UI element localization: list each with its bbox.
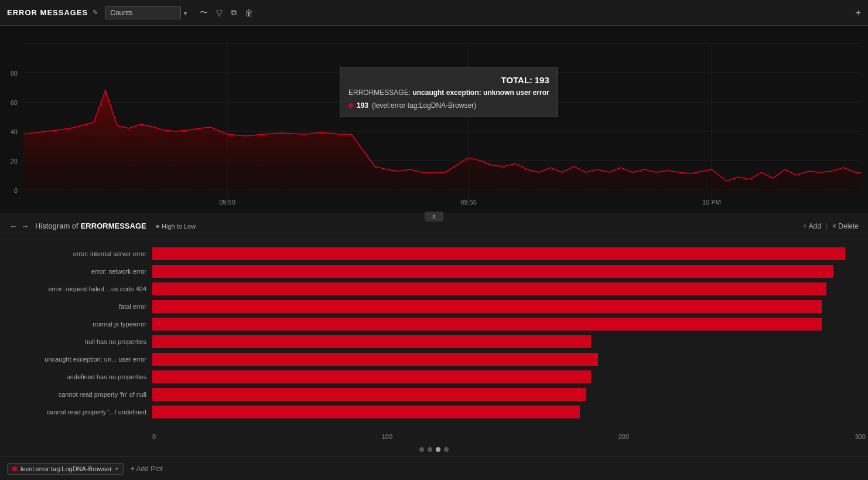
trend-icon[interactable]: 〜: [200, 8, 208, 18]
bar-row[interactable]: error: request failed ...us code 404: [0, 281, 868, 297]
bar-row[interactable]: null has no properties: [0, 333, 868, 350]
bar-label: fatal error: [0, 303, 152, 310]
svg-text:0: 0: [14, 187, 18, 194]
bar-label: cannot read property 'fn' of null: [0, 391, 152, 398]
bar-row[interactable]: error: internal server error: [0, 246, 868, 262]
svg-text:20: 20: [11, 158, 18, 165]
chart-area: 0 20 40 60 80 09:50 09:55 10 PM ∧: [0, 26, 868, 213]
bar-wrapper: [152, 300, 868, 313]
delete-icon[interactable]: 🗑: [245, 8, 253, 18]
svg-text:09:50: 09:50: [219, 199, 235, 206]
footer: level:error tag:LogDNA-Browser ▾ + Add P…: [0, 457, 868, 480]
time-series-chart: 0 20 40 60 80 09:50 09:55 10 PM: [0, 32, 868, 207]
counts-dropdown[interactable]: Counts Unique Values: [105, 6, 181, 19]
edit-icon[interactable]: ✎: [93, 9, 98, 16]
bar-fill: [152, 265, 833, 278]
bar-wrapper: [152, 265, 868, 278]
filter-chevron-icon: ▾: [115, 466, 118, 472]
bar-wrapper: [152, 282, 868, 295]
bar-label: undefined has no properties: [0, 373, 152, 380]
sort-label: High to Low: [162, 223, 196, 230]
dashboard: ERROR MESSAGES ✎ Counts Unique Values 〜 …: [0, 0, 868, 480]
bar-label: null has no properties: [0, 338, 152, 345]
x-axis: 0100200300: [0, 431, 868, 442]
header: ERROR MESSAGES ✎ Counts Unique Values 〜 …: [0, 0, 868, 26]
bar-row[interactable]: undefined has no properties: [0, 369, 868, 385]
copy-icon[interactable]: ⧉: [231, 8, 237, 18]
pagination-dot[interactable]: [436, 447, 440, 452]
expand-icon[interactable]: +: [856, 8, 861, 18]
x-axis-labels: 0100200300: [152, 433, 868, 440]
prev-arrow[interactable]: ←: [9, 222, 18, 231]
filter-dot: [12, 467, 17, 471]
x-axis-label: 200: [618, 433, 629, 440]
next-arrow[interactable]: →: [21, 222, 29, 231]
bar-row[interactable]: error: network error: [0, 263, 868, 280]
bar-label: error: internal server error: [0, 250, 152, 257]
bar-label: cannot read property '...f undefined: [0, 408, 152, 416]
counts-dropdown-wrapper: Counts Unique Values: [105, 6, 190, 19]
bar-wrapper: [152, 406, 868, 418]
histogram-field: ERRORMESSAGE: [81, 222, 146, 230]
bar-row[interactable]: uncaught exception: un... user error: [0, 351, 868, 367]
pagination-dot[interactable]: [428, 447, 432, 452]
chart-collapse-button[interactable]: ∧: [425, 212, 443, 222]
svg-text:60: 60: [11, 99, 18, 106]
bar-wrapper: [152, 353, 868, 366]
bar-label: error: request failed ...us code 404: [0, 285, 152, 292]
add-button[interactable]: + Add: [803, 222, 821, 230]
bar-fill: [152, 318, 822, 331]
bar-fill: [152, 282, 826, 295]
filter-tag[interactable]: level:error tag:LogDNA-Browser ▾: [7, 463, 124, 475]
bar-fill: [152, 406, 580, 418]
svg-text:40: 40: [11, 128, 18, 135]
bar-fill: [152, 247, 845, 260]
pagination-dot[interactable]: [444, 447, 449, 452]
bar-row[interactable]: cannot read property '...f undefined: [0, 404, 868, 420]
histogram-title: Histogram of: [35, 222, 78, 230]
bar-fill: [152, 353, 598, 366]
bar-fill: [152, 370, 591, 383]
panel-title: ERROR MESSAGES: [7, 8, 88, 17]
x-axis-label: 300: [855, 433, 866, 440]
bar-wrapper: [152, 370, 868, 383]
bars-container: error: internal server errorerror: netwo…: [0, 239, 868, 431]
x-axis-label: 0: [152, 433, 156, 440]
delete-button[interactable]: × Delete: [832, 222, 859, 230]
bar-fill: [152, 335, 591, 348]
svg-text:09:55: 09:55: [460, 199, 477, 206]
add-delete-buttons: + Add | × Delete: [803, 222, 859, 230]
bar-label: error: network error: [0, 268, 152, 275]
nav-arrows: ← →: [9, 222, 29, 231]
x-axis-label: 100: [382, 433, 392, 440]
bar-label: normal js typeerror: [0, 321, 152, 328]
bar-row[interactable]: normal js typeerror: [0, 316, 868, 332]
bar-wrapper: [152, 335, 868, 348]
pagination-dot[interactable]: [419, 447, 424, 452]
svg-text:80: 80: [11, 70, 18, 77]
bar-wrapper: [152, 388, 868, 401]
histogram-section: ← → Histogram of ERRORMESSAGE ≡ High to …: [0, 213, 868, 457]
filter-icon[interactable]: ▽: [216, 8, 223, 18]
sort-button[interactable]: ≡ High to Low: [156, 223, 196, 230]
bar-fill: [152, 300, 822, 313]
svg-text:10 PM: 10 PM: [702, 199, 721, 206]
bar-label: uncaught exception: un... user error: [0, 356, 152, 363]
bar-row[interactable]: cannot read property 'fn' of null: [0, 386, 868, 403]
bar-wrapper: [152, 247, 868, 260]
add-plot-button[interactable]: + Add Plot: [131, 465, 163, 473]
filter-tag-label: level:error tag:LogDNA-Browser: [20, 465, 112, 472]
sort-icon: ≡: [156, 223, 159, 230]
bar-wrapper: [152, 318, 868, 331]
pagination: [0, 442, 868, 457]
header-icons: 〜 ▽ ⧉ 🗑: [200, 8, 253, 18]
separator: |: [826, 222, 828, 230]
bar-row[interactable]: fatal error: [0, 298, 868, 315]
bar-fill: [152, 388, 586, 401]
